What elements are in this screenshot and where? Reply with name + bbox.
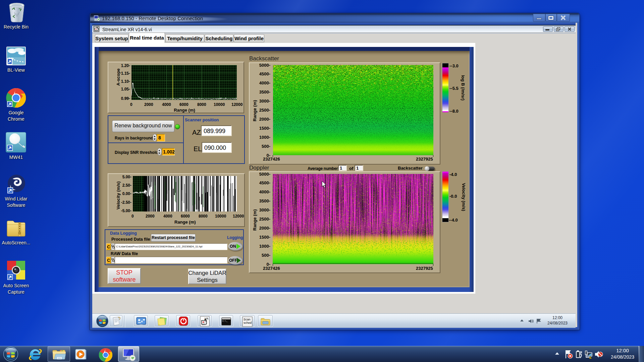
svg-text:sched: sched [244, 321, 252, 324]
svg-text:C:\_: C:\_ [222, 320, 228, 322]
svg-text:Scan: Scan [244, 318, 251, 321]
svg-text:!: ! [590, 357, 591, 359]
